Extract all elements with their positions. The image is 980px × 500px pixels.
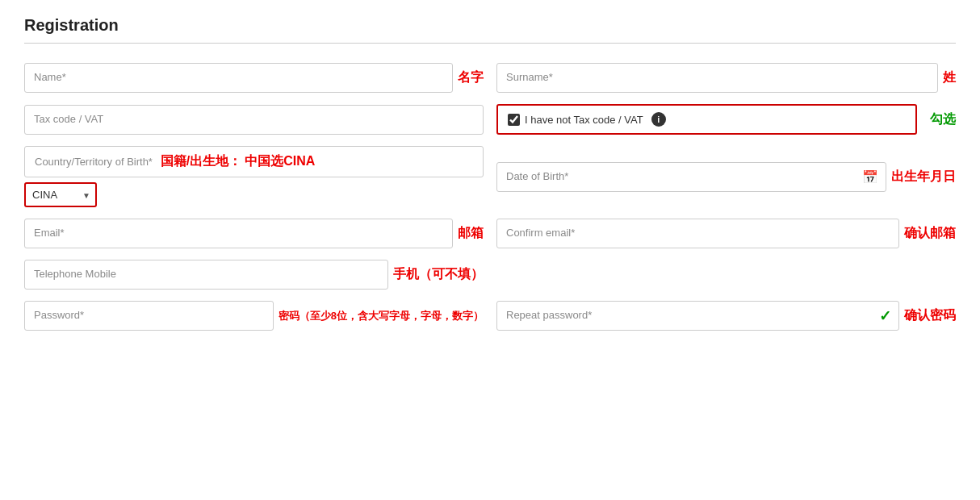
dob-hint: 出生年月日 xyxy=(891,169,956,185)
country-group: Country/Territory of Birth* 国籍/出生地： 中国选C… xyxy=(24,146,484,207)
tax-code-group: Tax code / VAT xyxy=(24,105,484,135)
telephone-input[interactable] xyxy=(24,260,388,290)
surname-input[interactable] xyxy=(496,63,938,93)
telephone-hint: 手机（可不填） xyxy=(393,266,484,283)
confirm-email-hint: 确认邮箱 xyxy=(904,225,956,242)
tax-code-row: Tax code / VAT I have not Tax code / VAT… xyxy=(24,104,956,135)
name-hint: 名字 xyxy=(458,69,484,86)
divider xyxy=(24,43,956,44)
email-group: Email* 邮箱 xyxy=(24,219,484,248)
name-group: Name* 名字 xyxy=(24,63,484,93)
country-label: Country/Territory of Birth* xyxy=(35,156,153,168)
password-check-icon: ✓ xyxy=(879,307,891,325)
password-hint: 密码（至少8位，含大写字母，字母，数字） xyxy=(279,309,484,323)
password-group: Password* 密码（至少8位，含大写字母，字母，数字） xyxy=(24,301,484,331)
dob-group: Date of Birth* 📅 出生年月日 xyxy=(496,162,956,192)
repeat-password-input[interactable] xyxy=(496,301,899,331)
have-not-tax-hint: 勾选 xyxy=(930,111,956,128)
have-not-tax-checkbox[interactable] xyxy=(508,114,520,126)
country-hint2: 中国选CINA xyxy=(245,154,315,168)
confirm-email-group: Confirm email* 确认邮箱 xyxy=(496,219,956,248)
password-row: Password* 密码（至少8位，含大写字母，字母，数字） Repeat pa… xyxy=(24,301,956,331)
have-not-tax-box: I have not Tax code / VAT i xyxy=(496,104,917,135)
page-title: Registration xyxy=(24,16,956,35)
repeat-password-group: Repeat password* ✓ 确认密码 xyxy=(496,301,956,331)
calendar-icon[interactable]: 📅 xyxy=(862,169,878,185)
surname-group: Surname* 姓 xyxy=(496,63,956,93)
tax-code-input[interactable] xyxy=(24,105,484,135)
have-not-tax-group: I have not Tax code / VAT i 勾选 xyxy=(496,104,956,135)
surname-hint: 姓 xyxy=(943,69,956,86)
dob-wrapper: Date of Birth* 📅 xyxy=(496,162,886,192)
country-dob-row: Country/Territory of Birth* 国籍/出生地： 中国选C… xyxy=(24,146,956,207)
name-surname-row: Name* 名字 Surname* 姓 xyxy=(24,63,956,93)
telephone-group: Telephone Mobile 手机（可不填） xyxy=(24,260,484,290)
dob-input[interactable] xyxy=(496,162,886,192)
telephone-row: Telephone Mobile 手机（可不填） xyxy=(24,260,956,290)
name-input[interactable] xyxy=(24,63,453,93)
repeat-password-hint: 确认密码 xyxy=(904,307,956,324)
email-row: Email* 邮箱 Confirm email* 确认邮箱 xyxy=(24,219,956,248)
country-select[interactable]: CINA ITALIA xyxy=(24,182,97,207)
country-select-wrapper: CINA ITALIA ▼ xyxy=(24,182,97,207)
info-icon[interactable]: i xyxy=(651,112,666,127)
email-hint: 邮箱 xyxy=(458,225,484,242)
password-input[interactable] xyxy=(24,301,274,331)
country-hint: 国籍/出生地： xyxy=(161,154,241,168)
have-not-tax-label: I have not Tax code / VAT xyxy=(525,114,643,126)
email-input[interactable] xyxy=(24,219,453,248)
confirm-email-input[interactable] xyxy=(496,219,899,248)
